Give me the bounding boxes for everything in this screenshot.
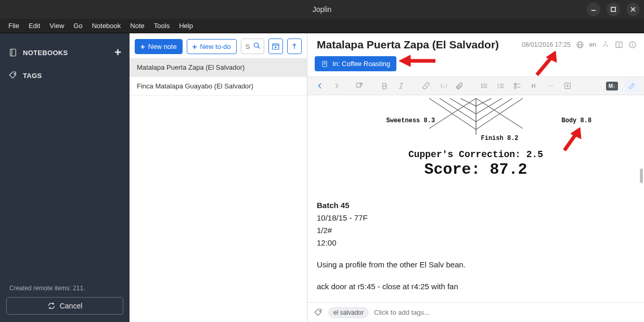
menu-note[interactable]: Note — [126, 20, 148, 32]
sync-cancel-button[interactable]: Cancel — [6, 297, 123, 315]
new-note-label: New note — [148, 43, 177, 50]
note-content[interactable]: Sweetness 8.3 Finish 8.2 Body 8.8 Cupper… — [307, 95, 644, 322]
new-note-button[interactable]: + New note — [135, 39, 183, 54]
svg-rect-4 — [10, 49, 16, 56]
new-todo-button[interactable]: + New to-do — [187, 39, 237, 54]
svg-point-6 — [14, 73, 15, 74]
annotation-arrow — [399, 52, 441, 72]
chart-cuppers-correction: Cupper's Correction: 2.5 — [351, 149, 601, 160]
italic-button[interactable] — [394, 79, 408, 93]
markdown-badge[interactable]: M↓ — [606, 82, 618, 91]
sort-up-icon — [290, 42, 299, 50]
attach-button[interactable] — [452, 79, 467, 93]
notebook-icon — [8, 48, 18, 57]
heading-button[interactable]: H — [527, 79, 542, 93]
body-line: Using a profile from the other El Salv b… — [317, 259, 635, 271]
toggle-editor-button[interactable] — [625, 79, 639, 93]
svg-line-62 — [564, 133, 577, 150]
menubar: File Edit View Go Notebook Note Tools He… — [0, 19, 644, 33]
toggle-sort-date-button[interactable] — [268, 38, 283, 54]
layout-icon[interactable] — [615, 41, 623, 49]
sidebar-notebooks[interactable]: NOTEBOOKS + — [8, 43, 121, 62]
svg-text:H: H — [532, 83, 536, 89]
notebook-picker[interactable]: In: Coffee Roasting — [315, 56, 396, 71]
note-timestamp: 08/01/2016 17:25 — [522, 41, 570, 48]
svg-point-54 — [550, 85, 551, 86]
tag-bar: el salvador Click to add tags... — [307, 302, 644, 322]
batch-heading: Batch 45 — [317, 199, 635, 212]
globe-icon[interactable] — [576, 41, 584, 49]
editor-pane: Matalapa Puerta Zapa (El Salvador) 08/01… — [307, 33, 644, 322]
menu-edit[interactable]: Edit — [24, 20, 44, 32]
menu-tools[interactable]: Tools — [150, 20, 174, 32]
titlebar: Joplin — [0, 0, 644, 19]
body-line: ack door at r5:45 - close at r4:25 with … — [317, 280, 635, 293]
numbered-list-button[interactable]: 123 — [494, 79, 508, 93]
checkbox-list-button[interactable] — [510, 79, 525, 93]
bullet-list-button[interactable] — [477, 79, 492, 93]
hr-button[interactable] — [544, 79, 558, 93]
plus-icon: + — [140, 43, 145, 50]
note-title[interactable]: Matalapa Puerta Zapa (El Salvador) — [317, 38, 516, 51]
body-line: 1/2# — [317, 224, 635, 237]
cupping-radar-chart: Sweetness 8.3 Finish 8.2 Body 8.8 Cupper… — [351, 98, 601, 178]
maximize-button[interactable] — [607, 3, 620, 16]
search-icon — [253, 42, 261, 50]
menu-view[interactable]: View — [45, 20, 68, 32]
svg-rect-50 — [514, 86, 516, 88]
new-todo-label: New to-do — [200, 43, 230, 50]
menu-go[interactable]: Go — [69, 20, 86, 32]
sync-status-text: Created remote items: 211. — [6, 285, 123, 292]
svg-point-7 — [254, 43, 259, 47]
minimize-button[interactable] — [587, 3, 600, 16]
chart-label-body: Body 8.8 — [562, 117, 592, 124]
insert-time-button[interactable] — [560, 79, 575, 93]
add-notebook-button[interactable]: + — [114, 46, 121, 59]
alarm-icon[interactable] — [601, 41, 610, 49]
svg-line-34 — [401, 83, 402, 88]
menu-notebook[interactable]: Notebook — [88, 20, 125, 32]
close-button[interactable] — [626, 3, 640, 16]
external-link-button[interactable] — [352, 79, 367, 93]
sidebar-notebooks-label: NOTEBOOKS — [23, 49, 68, 57]
svg-point-22 — [633, 43, 633, 44]
sidebar: NOTEBOOKS + TAGS Created remote items: 2… — [0, 33, 130, 322]
spellcheck-lang[interactable]: en — [589, 41, 596, 48]
chart-label-sweetness: Sweetness 8.3 — [387, 117, 435, 124]
note-icon — [321, 60, 328, 68]
svg-point-38 — [482, 87, 482, 88]
body-line: 12:00 — [317, 237, 635, 249]
note-list-item[interactable]: Matalapa Puerta Zapa (El Salvador) — [130, 58, 307, 77]
history-back-button[interactable] — [313, 79, 327, 93]
calendar-plus-icon — [272, 42, 280, 50]
svg-point-36 — [482, 84, 482, 84]
history-forward-button[interactable] — [329, 79, 344, 93]
scrollbar[interactable] — [640, 169, 643, 183]
note-body-text: Batch 45 10/18/15 - 77F 1/2# 12:00 Using… — [317, 178, 635, 293]
menu-file[interactable]: File — [4, 20, 23, 32]
tag-icon — [8, 71, 18, 80]
bold-button[interactable] — [377, 79, 392, 93]
link-button[interactable] — [419, 79, 433, 93]
info-icon[interactable] — [628, 41, 637, 49]
svg-text:{;}: {;} — [440, 83, 447, 88]
code-button[interactable]: {;} — [435, 79, 450, 93]
note-list-pane: + New note + New to-do Matalapa Puerta Z… — [130, 33, 307, 322]
svg-text:3: 3 — [497, 87, 499, 89]
note-list-item[interactable]: Finca Matalapa Guayabo (El Salvador) — [130, 77, 307, 96]
window-title: Joplin — [313, 5, 332, 14]
plus-icon: + — [192, 43, 197, 50]
tag-chip[interactable]: el salvador — [328, 307, 369, 318]
notebook-picker-label: In: Coffee Roasting — [332, 60, 390, 68]
sidebar-tags[interactable]: TAGS — [8, 68, 121, 83]
editor-toolbar: {;} 123 H M↓ — [307, 76, 644, 95]
svg-marker-27 — [399, 55, 410, 67]
menu-help[interactable]: Help — [175, 20, 197, 32]
svg-line-8 — [258, 47, 260, 49]
sort-direction-button[interactable] — [287, 38, 302, 54]
svg-rect-1 — [611, 7, 615, 11]
chart-score: Score: 87.2 — [351, 161, 601, 178]
add-tags-input[interactable]: Click to add tags... — [374, 308, 430, 316]
svg-point-55 — [552, 85, 553, 86]
sync-cancel-label: Cancel — [60, 302, 83, 310]
